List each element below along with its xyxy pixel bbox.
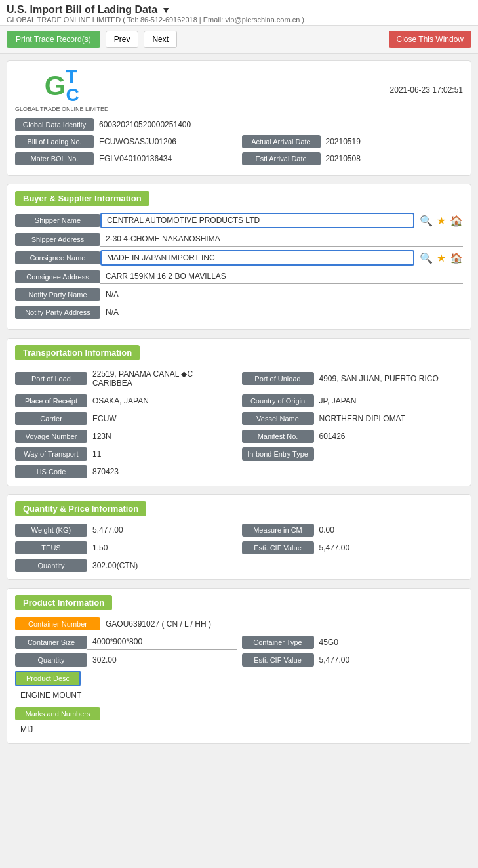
shipper-name-row: Shipper Name CENTRAL AUTOMOTIVE PRODUCTS… bbox=[15, 213, 463, 228]
transportation-header: Transportation Information bbox=[15, 345, 140, 360]
consignee-name-row: Consignee Name MADE IN JAPAN IMPORT INC … bbox=[15, 250, 463, 266]
global-data-row: Global Data Identity 6003202105200002514… bbox=[15, 117, 463, 132]
bol-label: Bill of Lading No. bbox=[15, 135, 94, 148]
consignee-name-label: Consignee Name bbox=[15, 251, 100, 264]
hs-code-value: 870423 bbox=[87, 465, 237, 479]
port-load-unload-row: Port of Load 22519, PANAMA CANAL ◆C CARI… bbox=[15, 367, 463, 390]
consignee-address-label: Consignee Address bbox=[15, 270, 100, 283]
product-header: Product Information bbox=[15, 595, 112, 610]
place-receipt-value: OSAKA, JAPAN bbox=[87, 394, 237, 408]
consignee-name-value: MADE IN JAPAN IMPORT INC bbox=[100, 250, 414, 266]
esti-arrival-value: 20210508 bbox=[321, 152, 464, 166]
carrier-value: ECUW bbox=[87, 411, 237, 426]
vessel-name-value: NORTHERN DIPLOMAT bbox=[314, 411, 464, 426]
notify-party-name-value: N/A bbox=[100, 287, 463, 302]
page-title: U.S. Import Bill of Lading Data bbox=[7, 4, 157, 16]
product-card: Product Information Container Number GAO… bbox=[7, 588, 471, 744]
prev-button[interactable]: Prev bbox=[106, 31, 139, 48]
way-transport-value: 11 bbox=[87, 447, 237, 461]
next-button[interactable]: Next bbox=[144, 31, 177, 48]
qty-value: 302.00(CTN) bbox=[87, 558, 237, 573]
notify-party-name-label: Notify Party Name bbox=[15, 288, 100, 301]
shipper-address-value: 2-30 4-CHOME NAKANOSHIMA bbox=[100, 232, 463, 247]
print-button[interactable]: Print Trade Record(s) bbox=[7, 31, 100, 48]
container-type-label: Container Type bbox=[242, 636, 314, 649]
teus-value: 1.50 bbox=[87, 541, 237, 555]
port-unload-label: Port of Unload bbox=[242, 372, 314, 385]
qty-grid: Weight (KG) 5,477.00 Measure in CM 0.00 … bbox=[15, 523, 463, 573]
timestamp: 2021-06-23 17:02:51 bbox=[390, 85, 463, 94]
master-bol-esti-row: Mater BOL No. EGLV040100136434 Esti Arri… bbox=[15, 152, 463, 166]
consignee-star-icon[interactable]: ★ bbox=[437, 252, 446, 264]
transportation-card: Transportation Information Port of Load … bbox=[7, 338, 471, 486]
country-origin-label: Country of Origin bbox=[242, 394, 314, 407]
consignee-address-row: Consignee Address CARR 159KM 16 2 BO MAV… bbox=[15, 269, 463, 284]
toolbar: Print Trade Record(s) Prev Next Close Th… bbox=[0, 26, 478, 54]
qty-label: Quantity bbox=[15, 559, 87, 572]
port-unload-value: 4909, SAN JUAN, PUERTO RICO bbox=[314, 371, 464, 386]
marks-label: Marks and Numbers bbox=[15, 707, 100, 720]
consignee-home-icon[interactable]: 🏠 bbox=[450, 252, 463, 264]
place-country-row: Place of Receipt OSAKA, JAPAN Country of… bbox=[15, 394, 463, 408]
container-number-label: Container Number bbox=[15, 617, 100, 630]
product-esti-cif-value: 5,477.00 bbox=[314, 653, 464, 667]
actual-arrival-label: Actual Arrival Date bbox=[242, 135, 321, 148]
quantity-price-card: Quantity & Price Information Weight (KG)… bbox=[7, 494, 471, 580]
measure-label: Measure in CM bbox=[242, 524, 314, 537]
shipper-address-row: Shipper Address 2-30 4-CHOME NAKANOSHIMA bbox=[15, 232, 463, 247]
hs-code-label: HS Code bbox=[15, 465, 87, 478]
global-data-label: Global Data Identity bbox=[15, 118, 94, 131]
transport-grid: Port of Load 22519, PANAMA CANAL ◆C CARI… bbox=[15, 367, 463, 479]
container-size-value: 4000*900*800 bbox=[87, 634, 237, 650]
hs-code-row: HS Code 870423 bbox=[15, 465, 463, 479]
shipper-home-icon[interactable]: 🏠 bbox=[450, 215, 463, 227]
carrier-vessel-row: Carrier ECUW Vessel Name NORTHERN DIPLOM… bbox=[15, 411, 463, 426]
page-header: U.S. Import Bill of Lading Data ▼ GLOBAL… bbox=[0, 0, 478, 26]
quantity-row: Quantity 302.00(CTN) bbox=[15, 558, 463, 573]
weight-label: Weight (KG) bbox=[15, 524, 87, 537]
shipper-search-icon[interactable]: 🔍 bbox=[420, 215, 433, 227]
voyage-manifest-row: Voyage Number 123N Manifest No. 601426 bbox=[15, 429, 463, 444]
marks-value: MIJ bbox=[15, 722, 463, 737]
bol-arrival-row: Bill of Lading No. ECUWOSASJU01206 Actua… bbox=[15, 134, 463, 149]
container-number-value: GAOU6391027 ( CN / L / HH ) bbox=[100, 617, 463, 631]
product-qty-value: 302.00 bbox=[87, 653, 237, 667]
buyer-supplier-card: Buyer & Supplier Information Shipper Nam… bbox=[7, 184, 471, 330]
qty-esti-cif-value: 5,477.00 bbox=[314, 541, 464, 555]
company-logo: G T C GLOBAL TRADE ONLINE LIMITED bbox=[15, 68, 109, 112]
consignee-address-value: CARR 159KM 16 2 BO MAVILLAS bbox=[100, 269, 463, 284]
global-data-value: 600320210520000251400 bbox=[94, 117, 463, 132]
bol-value: ECUWOSASJU01206 bbox=[94, 134, 237, 149]
container-type-value: 45G0 bbox=[314, 635, 464, 650]
notify-party-address-label: Notify Party Address bbox=[15, 306, 100, 319]
logo-t: T bbox=[66, 68, 79, 86]
shipper-name-value: CENTRAL AUTOMOTIVE PRODUCTS LTD bbox=[100, 213, 414, 228]
buyer-supplier-header: Buyer & Supplier Information bbox=[15, 191, 149, 206]
product-desc-value: ENGINE MOUNT bbox=[15, 688, 463, 703]
logo-c: C bbox=[66, 86, 79, 104]
shipper-icons: 🔍 ★ 🏠 bbox=[420, 215, 463, 227]
consignee-search-icon[interactable]: 🔍 bbox=[420, 252, 433, 264]
master-bol-value: EGLV040100136434 bbox=[94, 152, 237, 166]
voyage-number-value: 123N bbox=[87, 429, 237, 444]
dropdown-icon[interactable]: ▼ bbox=[161, 5, 170, 15]
container-size-label: Container Size bbox=[15, 636, 87, 649]
esti-arrival-label: Esti Arrival Date bbox=[242, 152, 321, 165]
teus-cif-row: TEUS 1.50 Esti. CIF Value 5,477.00 bbox=[15, 541, 463, 555]
manifest-no-value: 601426 bbox=[314, 429, 464, 444]
teus-label: TEUS bbox=[15, 541, 87, 554]
close-button[interactable]: Close This Window bbox=[389, 31, 471, 48]
inbond-entry-label: In-bond Entry Type bbox=[242, 447, 314, 461]
manifest-no-label: Manifest No. bbox=[242, 430, 314, 443]
weight-value: 5,477.00 bbox=[87, 523, 237, 537]
page-subtitle: GLOBAL TRADE ONLINE LIMITED ( Tel: 86-51… bbox=[7, 16, 471, 24]
product-esti-cif-label: Esti. CIF Value bbox=[242, 653, 314, 667]
actual-arrival-value: 20210519 bbox=[321, 134, 464, 149]
shipper-star-icon[interactable]: ★ bbox=[437, 215, 446, 227]
voyage-number-label: Voyage Number bbox=[15, 430, 87, 443]
country-origin-value: JP, JAPAN bbox=[314, 394, 464, 408]
weight-measure-row: Weight (KG) 5,477.00 Measure in CM 0.00 bbox=[15, 523, 463, 537]
port-load-label: Port of Load bbox=[15, 372, 87, 385]
main-content: G T C GLOBAL TRADE ONLINE LIMITED 2021-0… bbox=[0, 54, 478, 758]
notify-party-name-row: Notify Party Name N/A bbox=[15, 287, 463, 302]
